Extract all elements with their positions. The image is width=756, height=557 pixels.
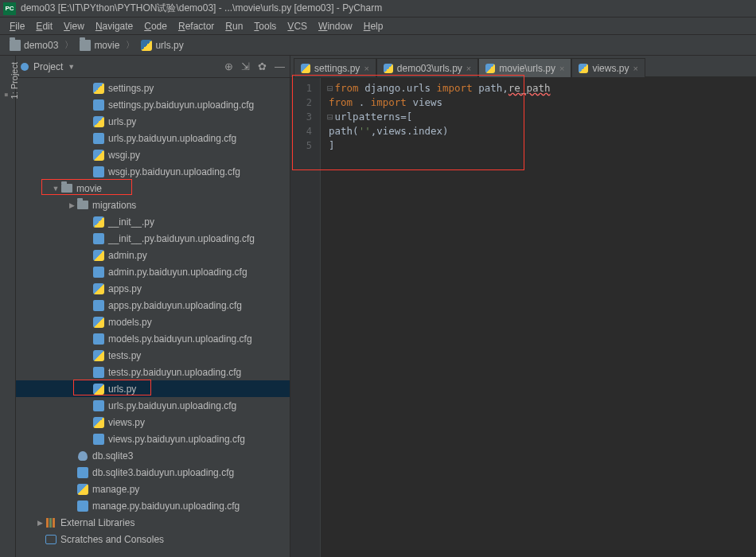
close-icon[interactable]: × <box>466 64 471 73</box>
menu-help[interactable]: Help <box>359 19 388 33</box>
menu-vcs[interactable]: VCS <box>283 19 312 33</box>
tree-row-migrations[interactable]: ▶migrations <box>16 197 290 213</box>
config-file-icon <box>92 133 105 144</box>
config-file-icon <box>92 300 105 311</box>
editor-tab-label: settings.py <box>314 63 360 74</box>
token-op: . <box>359 96 371 108</box>
token-op: ] <box>329 139 335 151</box>
tree-row-admin-py-baiduyun-uploading-cfg[interactable]: ▶admin.py.baiduyun.uploading.cfg <box>16 263 290 280</box>
tree-row-admin-py[interactable]: ▶admin.py <box>16 247 290 263</box>
tool-strip-left: 1: Project <box>0 56 16 557</box>
tree-row--init-py-baiduyun-uploading-cfg[interactable]: ▶__init__.py.baiduyun.uploading.cfg <box>16 230 290 247</box>
tree-row-tests-py-baiduyun-uploading-cfg[interactable]: ▶tests.py.baiduyun.uploading.cfg <box>16 364 290 380</box>
tree-label: __init__.py.baiduyun.uploading.cfg <box>108 233 255 244</box>
close-icon[interactable]: × <box>364 64 368 73</box>
python-file-icon <box>579 64 588 73</box>
menu-view[interactable]: View <box>59 19 89 33</box>
code-line[interactable]: ⊟from django.urls import path,re_path <box>327 81 551 95</box>
editor-tab-demo03-urls-py[interactable]: demo03\urls.py× <box>376 58 478 77</box>
tree-row-urls-py-baiduyun-uploading-cfg[interactable]: ▶urls.py.baiduyun.uploading.cfg <box>16 130 290 146</box>
menu-refactor[interactable]: Refactor <box>173 19 219 33</box>
menu-edit[interactable]: Edit <box>31 19 57 33</box>
tree-row-settings-py[interactable]: ▶settings.py <box>16 80 290 96</box>
folder-icon <box>80 40 91 51</box>
code-line[interactable]: ⊟urlpatterns=[ <box>327 110 551 124</box>
tree-row-external-libraries[interactable]: ▶External Libraries <box>16 514 290 531</box>
token-op: . <box>400 82 407 94</box>
breadcrumb-item-demo03[interactable]: demo03 <box>6 39 61 52</box>
tree-label: wsgi.py.baiduyun.uploading.cfg <box>108 166 240 177</box>
breadcrumb: demo03〉movie〉urls.py <box>0 35 756 56</box>
chevron-down-icon: ▼ <box>68 63 75 71</box>
tree-row-db-sqlite3-baiduyun-uploading-cfg[interactable]: ▶db.sqlite3.baiduyun.uploading.cfg <box>16 464 290 481</box>
tree-row-urls-py-baiduyun-uploading-cfg[interactable]: ▶urls.py.baiduyun.uploading.cfg <box>16 397 290 414</box>
tree-row-models-py[interactable]: ▶models.py <box>16 314 290 330</box>
tree-row-scratches-and-consoles[interactable]: ▶Scratches and Consoles <box>16 531 290 547</box>
folder-icon <box>60 184 73 193</box>
tree-row-wsgi-py[interactable]: ▶wsgi.py <box>16 146 290 163</box>
close-icon[interactable]: × <box>633 64 637 73</box>
tree-label: settings.py <box>108 83 154 94</box>
menu-code[interactable]: Code <box>139 19 172 33</box>
tree-label: admin.py <box>108 250 147 261</box>
menu-file[interactable]: File <box>5 19 29 33</box>
breadcrumb-item-urls-py[interactable]: urls.py <box>138 39 186 52</box>
close-icon[interactable]: × <box>559 64 564 73</box>
python-file-icon <box>301 64 310 73</box>
tree-row-settings-py-baiduyun-uploading-cfg[interactable]: ▶settings.py.baiduyun.uploading.cfg <box>16 96 290 113</box>
breadcrumb-label: movie <box>94 40 119 51</box>
tree-row--init-py[interactable]: ▶__init__.py <box>16 213 290 230</box>
tree-label: urls.py.baiduyun.uploading.cfg <box>108 133 236 144</box>
config-file-icon <box>76 501 89 512</box>
tree-row-urls-py[interactable]: ▶urls.py <box>16 380 290 397</box>
tree-row-apps-py[interactable]: ▶apps.py <box>16 280 290 297</box>
project-panel-title[interactable]: Project ▼ <box>21 61 75 72</box>
tree-label: tests.py <box>108 350 141 361</box>
tree-row-wsgi-py-baiduyun-uploading-cfg[interactable]: ▶wsgi.py.baiduyun.uploading.cfg <box>16 163 290 180</box>
menu-bar: FileEditViewNavigateCodeRefactorRunTools… <box>0 18 756 35</box>
project-tree[interactable]: ▶settings.py▶settings.py.baiduyun.upload… <box>16 78 290 557</box>
breadcrumb-item-movie[interactable]: movie <box>76 39 123 52</box>
chevron-right-icon[interactable]: ▶ <box>35 519 45 527</box>
token-kw: import <box>371 96 413 108</box>
tree-row-urls-py[interactable]: ▶urls.py <box>16 113 290 130</box>
menu-run[interactable]: Run <box>220 19 247 33</box>
tree-row-tests-py[interactable]: ▶tests.py <box>16 347 290 364</box>
token-op: ( <box>353 125 359 137</box>
hide-icon[interactable]: — <box>275 60 285 72</box>
menu-navigate[interactable]: Navigate <box>91 19 138 33</box>
code-line[interactable]: ] <box>327 138 551 153</box>
settings-icon[interactable]: ✿ <box>258 60 267 72</box>
tree-row-manage-py[interactable]: ▶manage.py <box>16 481 290 497</box>
code-line[interactable]: from . import views <box>327 95 551 110</box>
menu-window[interactable]: Window <box>314 19 357 33</box>
gutter: 12345 <box>290 78 321 557</box>
chevron-down-icon[interactable]: ▼ <box>51 185 60 193</box>
tree-row-manage-py-baiduyun-uploading-cfg[interactable]: ▶manage.py.baiduyun.uploading.cfg <box>16 497 290 514</box>
menu-tools[interactable]: Tools <box>249 19 281 33</box>
token-kw: import <box>437 82 479 94</box>
token-id: path <box>329 125 353 137</box>
fold-icon[interactable]: ⊟ <box>327 82 333 94</box>
tree-label: views.py <box>108 417 145 428</box>
window-title: demo03 [E:\IT\PYthon\PYTHON试验\demo03] - … <box>21 2 382 15</box>
editor-tab-settings-py[interactable]: settings.py× <box>294 58 376 77</box>
project-icon <box>21 63 29 71</box>
tree-row-apps-py-baiduyun-uploading-cfg[interactable]: ▶apps.py.baiduyun.uploading.cfg <box>16 297 290 314</box>
tree-label: models.py <box>108 317 152 328</box>
fold-icon[interactable]: ⊟ <box>327 111 333 123</box>
editor-tab-movie-urls-py[interactable]: movie\urls.py× <box>478 58 571 77</box>
tree-row-views-py[interactable]: ▶views.py <box>16 414 290 430</box>
locate-icon[interactable]: ⊕ <box>224 60 233 72</box>
python-file-icon <box>92 250 105 261</box>
tree-row-models-py-baiduyun-uploading-cfg[interactable]: ▶models.py.baiduyun.uploading.cfg <box>16 330 290 347</box>
tree-row-db-sqlite3[interactable]: ▶db.sqlite3 <box>16 447 290 464</box>
editor: settings.py×demo03\urls.py×movie\urls.py… <box>290 56 756 557</box>
collapse-all-icon[interactable]: ⇲ <box>241 60 250 72</box>
tree-row-movie[interactable]: ▼movie <box>16 180 290 197</box>
chevron-right-icon[interactable]: ▶ <box>67 201 76 209</box>
editor-tab-views-py[interactable]: views.py× <box>571 58 645 77</box>
code-line[interactable]: path('',views.index) <box>327 124 551 138</box>
code-area[interactable]: ⊟from django.urls import path,re_path fr… <box>321 78 557 557</box>
tree-row-views-py-baiduyun-uploading-cfg[interactable]: ▶views.py.baiduyun.uploading.cfg <box>16 430 290 447</box>
